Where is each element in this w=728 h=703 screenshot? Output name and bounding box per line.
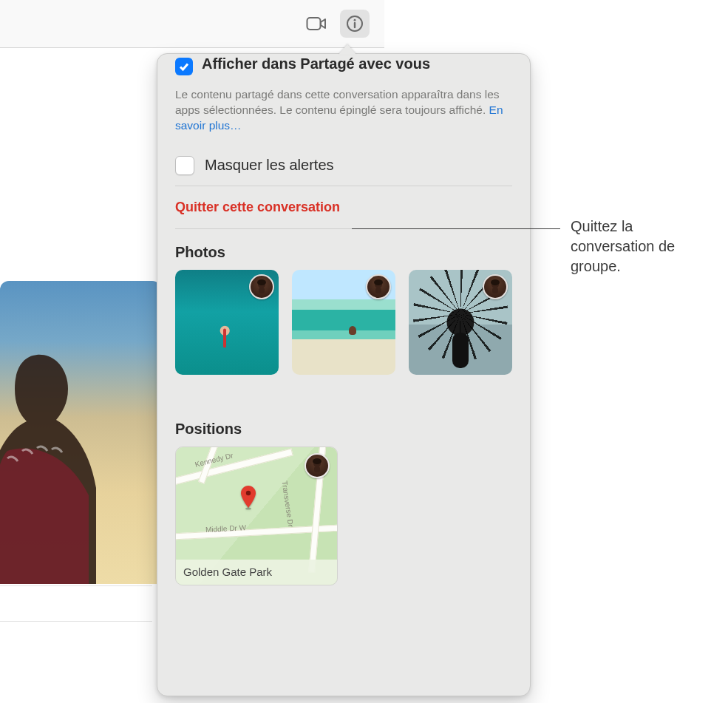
person-silhouette [0,340,118,584]
checkbox-unchecked-icon [175,156,194,175]
svg-rect-17 [314,466,320,472]
hide-alerts-label: Masquer les alertes [205,157,334,174]
facetime-video-button[interactable] [302,10,331,38]
positions-section-title: Positions [157,406,530,446]
leave-conversation-button[interactable]: Quitter cette conversation [157,186,530,228]
info-icon [346,15,364,33]
svg-rect-12 [492,288,498,293]
memoji-avatar-icon [249,274,274,299]
memoji-avatar-icon [366,274,391,299]
checkbox-checked-icon [175,58,193,75]
map-pin-icon [241,486,256,511]
video-icon [306,16,327,31]
svg-point-5 [257,279,266,285]
hide-alerts-toggle[interactable]: Masquer les alertes [157,146,530,186]
popover-pointer [339,44,356,55]
svg-point-16 [313,458,322,464]
svg-point-14 [245,507,251,509]
divider [0,621,152,622]
photo-thumbnail[interactable] [175,270,279,375]
svg-rect-9 [375,288,381,293]
divider [0,585,152,586]
svg-point-13 [246,491,251,495]
helper-text-body: Le contenu partagé dans cette conversati… [175,88,500,116]
svg-point-3 [354,19,356,21]
photo-thumbnail[interactable] [409,270,512,375]
svg-point-11 [491,279,500,285]
location-thumbnail[interactable]: Kennedy Dr Middle Dr W Transverse Dr Gol… [175,446,338,585]
photos-section-title: Photos [157,229,530,270]
location-name-label: Golden Gate Park [176,560,337,585]
show-in-shared-with-you-toggle[interactable]: Afficher dans Partagé avec vous [157,60,530,83]
svg-rect-6 [259,288,265,293]
callout-text: Quittez la conversation de groupe. [571,217,718,276]
conversation-background-image [0,281,161,584]
toolbar [0,0,384,48]
map-road-label: Transverse Dr [281,480,296,528]
show-in-shared-label: Afficher dans Partagé avec vous [202,55,430,72]
memoji-avatar-icon [305,453,330,478]
leave-conversation-label: Quitter cette conversation [175,200,340,214]
info-button[interactable] [340,10,370,38]
callout-leader-line [352,228,560,229]
shared-with-you-helper-text: Le contenu partagé dans cette conversati… [157,83,530,146]
svg-rect-0 [307,18,321,30]
memoji-avatar-icon [483,274,508,299]
svg-point-8 [374,279,383,285]
conversation-info-popover: Afficher dans Partagé avec vous Le conte… [157,53,531,696]
photos-grid [157,270,530,375]
photo-thumbnail[interactable] [292,270,395,375]
